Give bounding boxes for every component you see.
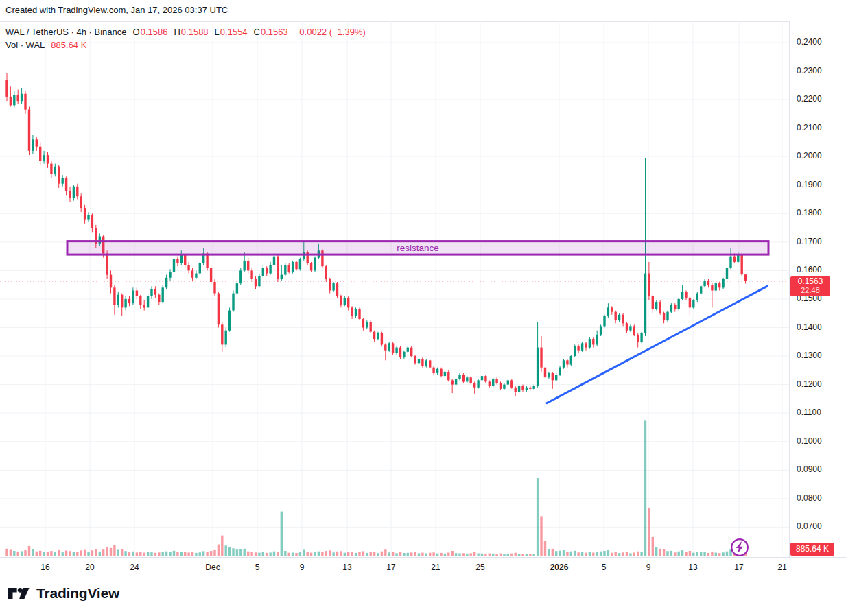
candles xyxy=(5,73,747,396)
close-label: C xyxy=(254,27,260,37)
time-axis-label: 5 xyxy=(602,562,607,572)
price-axis-label: 0.0700 xyxy=(797,521,822,531)
change-value: −0.0022 (−1.39%) xyxy=(294,27,366,37)
open-label: O xyxy=(133,27,140,37)
time-axis-label: 25 xyxy=(475,562,484,572)
time-axis[interactable]: 162024Dec5913172125202659131721 xyxy=(0,557,846,578)
legend: WAL / TetherUS · 4h · BinanceO0.1586H0.1… xyxy=(5,25,366,51)
price-axis-label: 0.2000 xyxy=(797,151,822,161)
volume-value: 885.64 K xyxy=(51,40,86,50)
last-price-badge: 0.1563 22:48 xyxy=(790,276,830,296)
price-axis-label: 0.2400 xyxy=(797,37,822,47)
price-axis-label: 0.1400 xyxy=(797,322,822,332)
time-axis-label: 16 xyxy=(40,562,49,572)
price-axis-label: 0.1700 xyxy=(797,237,822,246)
volume-label[interactable]: Vol · WAL xyxy=(5,40,45,50)
time-axis-label: 24 xyxy=(130,562,139,572)
tradingview-logo[interactable]: TradingView xyxy=(7,584,119,603)
tradingview-logo-text: TradingView xyxy=(36,585,119,602)
time-axis-label: 21 xyxy=(777,562,786,572)
volume-badge: 885.64 K xyxy=(790,543,834,556)
price-axis-label: 0.1800 xyxy=(797,208,822,217)
price-axis-label: 0.1600 xyxy=(797,265,822,274)
price-axis-label: 0.2300 xyxy=(797,66,822,75)
volume-bars xyxy=(5,420,747,556)
price-axis-label: 0.2200 xyxy=(797,94,822,104)
price-axis-label: 0.1200 xyxy=(797,379,822,389)
last-price-value: 0.1563 xyxy=(790,277,830,286)
price-axis-label: 0.1900 xyxy=(797,180,822,189)
price-axis-label: 0.0800 xyxy=(797,493,822,503)
time-axis-label: 9 xyxy=(300,562,305,572)
price-axis-label: 0.2100 xyxy=(797,123,822,132)
time-axis-label: 21 xyxy=(431,562,440,572)
price-axis-label: 0.1000 xyxy=(797,436,822,446)
legend-row-main: WAL / TetherUS · 4h · BinanceO0.1586H0.1… xyxy=(5,25,366,38)
resistance-label: resistance xyxy=(397,243,439,253)
time-axis-label: 13 xyxy=(688,562,697,572)
time-axis-label: 2026 xyxy=(550,562,569,572)
time-axis-label: 5 xyxy=(255,562,260,572)
open-value: 0.1586 xyxy=(141,27,168,37)
close-value: 0.1563 xyxy=(261,27,288,37)
time-axis-label: 9 xyxy=(646,562,651,572)
time-axis-label: Dec xyxy=(205,562,220,572)
low-label: L xyxy=(215,27,220,37)
low-value: 0.1554 xyxy=(220,27,248,37)
legend-row-volume: Vol · WAL885.64 K xyxy=(5,38,366,51)
boost-lightning-icon[interactable] xyxy=(730,538,749,557)
time-axis-label: 17 xyxy=(386,562,395,572)
high-label: H xyxy=(174,27,180,37)
price-axis-label: 0.1300 xyxy=(797,351,822,360)
tradingview-logo-mark xyxy=(7,584,30,603)
time-axis-label: 20 xyxy=(85,562,94,572)
price-axis-label: 0.0900 xyxy=(797,464,822,474)
time-axis-label: 13 xyxy=(342,562,351,572)
grid xyxy=(0,21,789,557)
symbol-title[interactable]: WAL / TetherUS · 4h · Binance xyxy=(5,27,127,37)
time-axis-label: 17 xyxy=(734,562,743,572)
resistance-zone[interactable]: resistance xyxy=(67,241,768,255)
chart-pane[interactable]: resistance xyxy=(0,0,789,557)
high-value: 0.1588 xyxy=(181,27,209,37)
bar-countdown: 22:48 xyxy=(790,286,830,295)
price-axis-label: 0.1100 xyxy=(797,407,821,417)
